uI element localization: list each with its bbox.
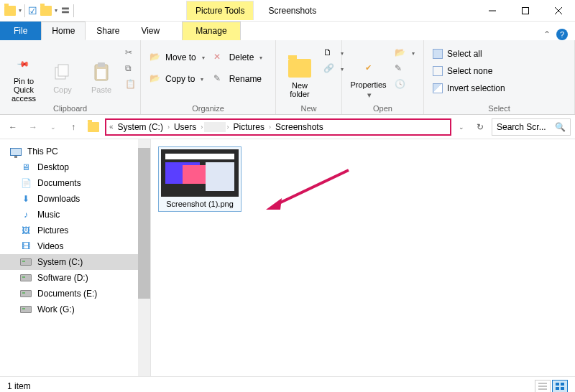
delete-button[interactable]: ✕Delete▾ <box>211 50 266 65</box>
divider <box>24 4 25 17</box>
tab-home[interactable]: Home <box>41 22 86 40</box>
recent-locations-button[interactable]: ⌄ <box>45 118 62 136</box>
sidebar-item-software-d[interactable]: Software (D:) <box>0 270 150 286</box>
history-button[interactable]: 🕓 <box>392 78 418 92</box>
folder-icon[interactable] <box>88 122 99 132</box>
search-input[interactable]: Search Scr...🔍 <box>492 118 571 136</box>
quick-access-toolbar: ▾ ☑ ▾ 〓 <box>0 4 78 17</box>
chevron-down-icon: ▾ <box>367 90 372 99</box>
cut-button[interactable]: ✂ <box>122 46 139 60</box>
tab-file[interactable]: File <box>0 22 41 40</box>
sidebar-item-work-g[interactable]: Work (G:) <box>0 302 150 317</box>
svg-rect-16 <box>556 387 559 390</box>
select-all-icon <box>433 49 443 59</box>
sidebar-item-documents-e[interactable]: Documents (E:) <box>0 286 150 302</box>
breadcrumb[interactable]: « System (C:)› Users› › Pictures› Screen… <box>105 118 451 136</box>
copy-to-button[interactable]: 📂Copy to▾ <box>147 72 208 86</box>
svg-rect-15 <box>561 383 564 386</box>
sidebar-item-documents[interactable]: 📄Documents <box>0 175 150 191</box>
path-segment[interactable]: Users <box>171 122 199 132</box>
paste-button[interactable]: Paste <box>83 43 119 111</box>
delete-icon: ✕ <box>213 52 225 63</box>
paste-shortcut-button[interactable]: 📋 <box>122 78 139 92</box>
chevron-right-icon[interactable]: › <box>269 123 271 131</box>
path-segment[interactable]: Pictures <box>231 122 267 132</box>
invert-selection-icon <box>433 83 443 93</box>
chevron-right-icon[interactable]: › <box>227 123 229 131</box>
tab-share[interactable]: Share <box>86 22 130 40</box>
rename-button[interactable]: ✎Rename <box>211 72 266 86</box>
properties-icon[interactable]: ☑ <box>28 5 37 17</box>
maximize-button[interactable] <box>509 0 542 22</box>
svg-rect-5 <box>58 65 68 76</box>
content-area: This PC 🖥Desktop 📄Documents ⬇Downloads ♪… <box>0 139 575 376</box>
cut-icon: ✂ <box>125 47 137 59</box>
group-label: Select <box>424 104 574 113</box>
copy-to-icon: 📂 <box>150 73 161 85</box>
thumbnails-view-button[interactable] <box>552 380 568 393</box>
sidebar-item-this-pc[interactable]: This PC <box>0 144 150 159</box>
forward-button[interactable]: → <box>24 118 42 136</box>
properties-button[interactable]: ✔ Properties ▾ <box>348 43 389 111</box>
file-item[interactable]: Screenshot (1).png <box>158 146 242 212</box>
select-all-button[interactable]: Select all <box>430 47 508 60</box>
file-pane[interactable]: Screenshot (1).png <box>151 139 575 376</box>
move-to-button[interactable]: 📂Move to▾ <box>147 50 208 65</box>
edit-button[interactable]: ✎ <box>392 62 418 76</box>
chevron-down-icon: ▾ <box>202 55 205 61</box>
new-folder-icon <box>288 59 311 78</box>
svg-rect-7 <box>98 62 105 67</box>
status-bar: 1 item <box>0 376 575 392</box>
folder-icon[interactable] <box>40 6 52 16</box>
sidebar-item-pictures[interactable]: 🖼Pictures <box>0 223 150 238</box>
drive-icon <box>20 274 32 281</box>
annotation-arrow <box>266 168 352 211</box>
group-label: Open <box>342 104 423 113</box>
svg-rect-14 <box>556 383 559 386</box>
copy-path-icon: ⧉ <box>125 63 137 75</box>
sidebar-item-system-c[interactable]: System (C:) <box>0 254 150 270</box>
equals-icon[interactable]: 〓 <box>60 4 70 17</box>
path-segment[interactable]: System (C:) <box>115 122 166 132</box>
tab-view[interactable]: View <box>130 22 170 40</box>
tab-manage[interactable]: Manage <box>182 22 240 40</box>
open-button[interactable]: 📂▾ <box>392 46 418 60</box>
path-segment[interactable]: Screenshots <box>272 122 326 132</box>
copy-path-button[interactable]: ⧉ <box>122 62 139 76</box>
group-label: Organize <box>141 104 275 113</box>
new-folder-button[interactable]: New folder <box>282 43 318 111</box>
back-button[interactable]: ← <box>4 118 22 136</box>
paste-shortcut-icon: 📋 <box>125 79 137 90</box>
details-view-button[interactable] <box>535 380 551 393</box>
sidebar-item-music[interactable]: ♪Music <box>0 207 150 223</box>
chevron-down-icon[interactable]: ▾ <box>55 7 58 14</box>
select-none-button[interactable]: Select none <box>430 65 508 78</box>
drive-icon <box>20 306 32 313</box>
sidebar-item-desktop[interactable]: 🖥Desktop <box>0 159 150 175</box>
chevron-down-icon: ▾ <box>259 55 262 61</box>
chevron-down-icon[interactable]: ▾ <box>19 7 22 14</box>
folder-icon[interactable] <box>4 6 16 16</box>
close-button[interactable] <box>542 0 575 22</box>
minimize-button[interactable] <box>476 0 509 22</box>
pin-to-quick-access-button[interactable]: 📌 Pin to Quick access <box>6 43 42 111</box>
move-to-icon: 📂 <box>150 52 161 63</box>
collapse-ribbon-icon[interactable]: ⌃ <box>543 29 551 39</box>
path-segment[interactable] <box>204 122 225 132</box>
contextual-tab-label[interactable]: Picture Tools <box>186 1 254 20</box>
file-name: Screenshot (1).png <box>161 200 239 209</box>
drive-icon <box>20 290 32 297</box>
refresh-button[interactable]: ↻ <box>472 118 489 136</box>
help-icon[interactable]: ? <box>556 29 568 40</box>
up-button[interactable]: ↑ <box>65 118 82 136</box>
sidebar-item-videos[interactable]: 🎞Videos <box>0 238 150 254</box>
invert-selection-button[interactable]: Invert selection <box>430 82 508 95</box>
sidebar-item-downloads[interactable]: ⬇Downloads <box>0 191 150 207</box>
scrollbar[interactable] <box>138 139 150 376</box>
chevron-down-icon[interactable]: ⌄ <box>454 123 469 131</box>
scrollbar-thumb[interactable] <box>138 148 150 299</box>
divider <box>73 4 74 17</box>
chevron-right-icon[interactable]: › <box>201 123 203 131</box>
copy-button[interactable]: Copy <box>45 43 80 111</box>
chevron-right-icon[interactable]: › <box>167 123 170 131</box>
